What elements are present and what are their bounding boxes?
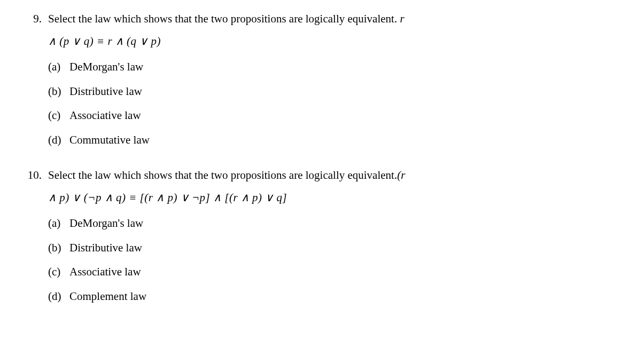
option-text: Commutative law <box>69 132 150 149</box>
prompt-math-tail: r <box>400 12 404 25</box>
options-list: (a) DeMorgan's law (b) Distributive law … <box>48 211 622 308</box>
option-c: (c) Associative law <box>48 260 622 284</box>
prompt-text: Select the law which shows that the two … <box>48 12 400 25</box>
option-a: (a) DeMorgan's law <box>48 55 622 80</box>
option-d: (d) Complement law <box>48 284 622 309</box>
question-prompt: Select the law which shows that the two … <box>48 11 622 28</box>
option-label: (c) <box>48 107 69 124</box>
option-d: (d) Commutative law <box>48 128 622 153</box>
option-a: (a) DeMorgan's law <box>48 211 622 236</box>
option-text: Complement law <box>69 288 146 305</box>
question-body: Select the law which shows that the two … <box>48 167 622 308</box>
option-label: (d) <box>48 132 69 149</box>
option-text: Associative law <box>69 264 141 281</box>
option-label: (b) <box>48 83 69 100</box>
option-label: (c) <box>48 264 69 281</box>
option-text: DeMorgan's law <box>69 215 143 232</box>
option-b: (b) Distributive law <box>48 80 622 104</box>
option-label: (a) <box>48 59 69 76</box>
prompt-text: Select the law which shows that the two … <box>48 169 397 181</box>
option-text: DeMorgan's law <box>69 59 143 76</box>
option-label: (a) <box>48 215 69 232</box>
prompt-math-tail: (r <box>397 169 405 181</box>
question-9: 9. Select the law which shows that the t… <box>16 11 622 152</box>
options-list: (a) DeMorgan's law (b) Distributive law … <box>48 55 622 152</box>
question-10: 10. Select the law which shows that the … <box>16 167 622 308</box>
option-b: (b) Distributive law <box>48 236 622 260</box>
option-text: Associative law <box>69 107 141 124</box>
question-prompt: Select the law which shows that the two … <box>48 167 622 184</box>
option-label: (b) <box>48 240 69 257</box>
option-text: Distributive law <box>69 83 142 100</box>
question-number: 9. <box>16 11 48 152</box>
option-label: (d) <box>48 288 69 305</box>
question-formula: ∧ (p ∨ q) ≡ r ∧ (q ∨ p) <box>48 33 622 50</box>
option-text: Distributive law <box>69 240 142 257</box>
question-number: 10. <box>16 167 48 308</box>
question-formula: ∧ p) ∨ (¬p ∧ q) ≡ [(r ∧ p) ∨ ¬p] ∧ [(r ∧… <box>48 189 622 207</box>
question-body: Select the law which shows that the two … <box>48 11 622 152</box>
option-c: (c) Associative law <box>48 104 622 128</box>
